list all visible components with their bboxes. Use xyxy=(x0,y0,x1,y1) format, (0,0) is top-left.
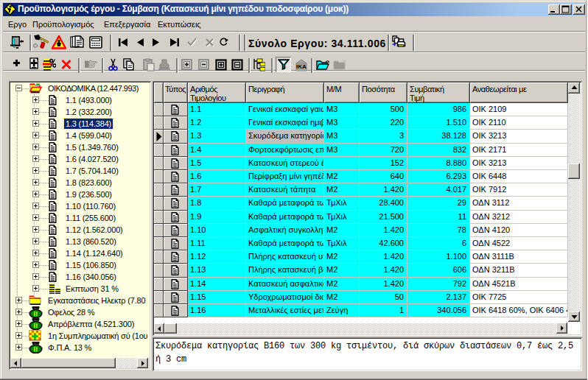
svg-text:ΙΚΑ: ΙΚΑ xyxy=(296,63,307,70)
